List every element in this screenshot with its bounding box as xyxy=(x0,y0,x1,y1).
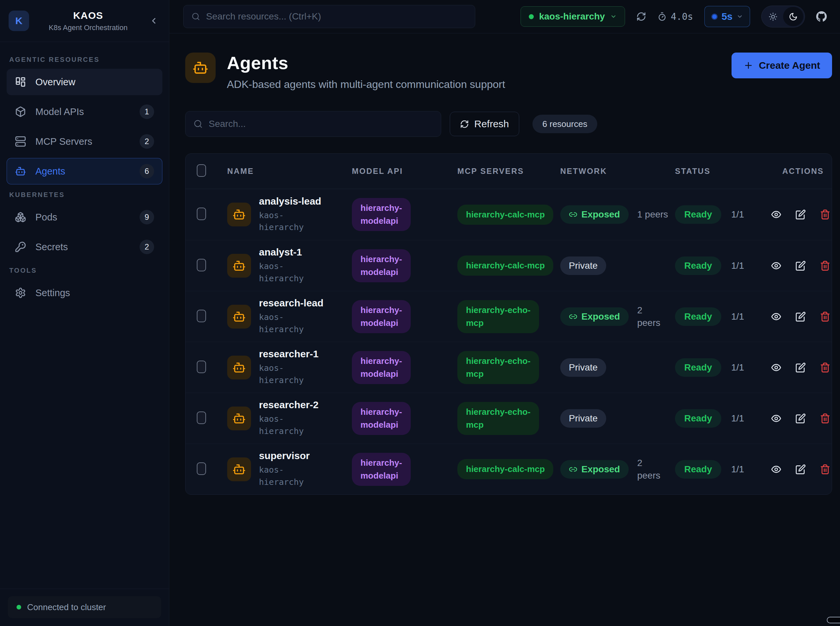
model-api-badge: hierarchy- modelapi xyxy=(352,351,411,384)
table-row[interactable]: research-leadkaos- hierarchyhierarchy- m… xyxy=(185,291,832,342)
row-checkbox[interactable] xyxy=(197,361,206,373)
page-header: Agents ADK-based agents with multi-agent… xyxy=(185,53,832,91)
status-badge: Ready xyxy=(675,358,721,377)
app-window: K KAOS K8s Agent Orchestration AGENTIC R… xyxy=(0,0,840,626)
row-checkbox[interactable] xyxy=(197,310,206,322)
agent-namespace: kaos- hierarchy xyxy=(259,413,318,437)
agent-name: research-lead xyxy=(259,297,323,309)
horizontal-scrollbar[interactable] xyxy=(827,617,840,623)
key-icon xyxy=(15,241,26,252)
status-badge: Ready xyxy=(675,307,721,326)
dark-theme-button[interactable] xyxy=(783,7,803,26)
view-agent-button[interactable] xyxy=(771,311,782,322)
sidebar-count-badge: 2 xyxy=(139,239,154,254)
row-checkbox[interactable] xyxy=(197,208,206,220)
moon-icon xyxy=(789,12,798,21)
edit-agent-button[interactable] xyxy=(795,260,806,271)
column-header-mcp-servers: MCP SERVERS xyxy=(458,167,560,176)
agents-page-icon xyxy=(185,53,216,83)
sidebar-item-mcp-servers[interactable]: MCP Servers2 xyxy=(6,128,162,155)
delete-agent-button[interactable] xyxy=(820,464,831,475)
sidebar-collapse-button[interactable] xyxy=(147,14,160,27)
poll-interval-selector[interactable]: 5s xyxy=(704,6,750,27)
delete-agent-button[interactable] xyxy=(820,209,831,220)
network-private-badge: Private xyxy=(560,358,606,377)
namespace-selector[interactable]: kaos-hierarchy xyxy=(520,6,625,27)
column-header-network: NETWORK xyxy=(560,167,675,176)
content: Agents ADK-based agents with multi-agent… xyxy=(169,33,840,626)
sidebar-item-pods[interactable]: Pods9 xyxy=(6,204,162,230)
trash-icon xyxy=(820,260,831,271)
delete-agent-button[interactable] xyxy=(820,260,831,271)
model-api-badge: hierarchy- modelapi xyxy=(352,198,411,231)
replica-count: 1/1 xyxy=(731,413,744,424)
sidebar-item-label: Agents xyxy=(35,166,130,177)
status-badge: Ready xyxy=(675,460,721,479)
delete-agent-button[interactable] xyxy=(820,413,831,424)
sidebar-section-label: AGENTIC RESOURCES xyxy=(9,56,160,63)
sidebar-item-model-apis[interactable]: Model APIs1 xyxy=(6,99,162,125)
refresh-button[interactable] xyxy=(636,12,646,22)
sidebar-item-agents[interactable]: Agents6 xyxy=(6,158,162,185)
sidebar-item-label: Overview xyxy=(35,77,154,88)
delete-agent-button[interactable] xyxy=(820,362,831,373)
sidebar-count-badge: 9 xyxy=(139,210,154,224)
eye-icon xyxy=(771,209,782,220)
sidebar-section-label: TOOLS xyxy=(9,267,160,274)
refresh-timer-value: 4.0s xyxy=(671,11,693,22)
connection-status-text: Connected to cluster xyxy=(27,602,106,612)
network-private-badge: Private xyxy=(560,257,606,275)
sidebar-count-badge: 6 xyxy=(139,164,154,178)
view-agent-button[interactable] xyxy=(771,464,782,475)
chevron-down-icon xyxy=(610,13,617,20)
sidebar-item-secrets[interactable]: Secrets2 xyxy=(6,234,162,260)
app-title: KAOS xyxy=(29,10,147,21)
view-agent-button[interactable] xyxy=(771,413,782,424)
eye-icon xyxy=(771,260,782,271)
row-checkbox[interactable] xyxy=(197,259,206,271)
model-api-badge: hierarchy- modelapi xyxy=(352,453,411,486)
view-agent-button[interactable] xyxy=(771,362,782,373)
mcp-server-badge: hierarchy-echo- mcp xyxy=(458,351,539,384)
refresh-label: Refresh xyxy=(474,118,509,130)
model-api-badge: hierarchy- modelapi xyxy=(352,249,411,282)
page-title-block: Agents ADK-based agents with multi-agent… xyxy=(227,53,505,91)
delete-agent-button[interactable] xyxy=(820,311,831,322)
table-row[interactable]: researcher-2kaos- hierarchyhierarchy- mo… xyxy=(185,393,832,444)
global-search-input[interactable] xyxy=(206,11,467,22)
table-row[interactable]: researcher-1kaos- hierarchyhierarchy- mo… xyxy=(185,342,832,393)
layout-dashboard-icon xyxy=(15,76,26,88)
light-theme-button[interactable] xyxy=(763,7,783,26)
row-checkbox[interactable] xyxy=(197,412,206,424)
create-agent-button[interactable]: Create Agent xyxy=(732,53,832,78)
table-row[interactable]: analyst-1kaos- hierarchyhierarchy- model… xyxy=(185,240,832,291)
sidebar-item-label: MCP Servers xyxy=(35,136,130,147)
replica-count: 1/1 xyxy=(731,362,744,373)
table-search-input[interactable] xyxy=(209,119,433,129)
edit-agent-button[interactable] xyxy=(795,413,806,424)
edit-icon xyxy=(795,311,806,322)
model-api-badge: hierarchy- modelapi xyxy=(352,300,411,333)
view-agent-button[interactable] xyxy=(771,209,782,220)
column-header-name: NAME xyxy=(227,167,352,176)
sidebar-nav: AGENTIC RESOURCESOverviewModel APIs1MCP … xyxy=(0,42,169,588)
mcp-server-badge: hierarchy-echo- mcp xyxy=(458,300,539,333)
edit-icon xyxy=(795,260,806,271)
view-agent-button[interactable] xyxy=(771,260,782,271)
edit-agent-button[interactable] xyxy=(795,464,806,475)
network-exposed-badge: Exposed xyxy=(560,307,629,326)
trash-icon xyxy=(820,464,831,475)
edit-agent-button[interactable] xyxy=(795,362,806,373)
edit-agent-button[interactable] xyxy=(795,209,806,220)
sidebar-item-label: Pods xyxy=(35,212,130,223)
sidebar-item-settings[interactable]: Settings xyxy=(6,280,162,306)
edit-agent-button[interactable] xyxy=(795,311,806,322)
table-refresh-button[interactable]: Refresh xyxy=(450,112,519,136)
github-link[interactable] xyxy=(816,11,827,22)
sidebar-item-overview[interactable]: Overview xyxy=(6,69,162,95)
row-checkbox[interactable] xyxy=(197,462,206,475)
edit-icon xyxy=(795,209,806,220)
table-row[interactable]: analysis-leadkaos- hierarchyhierarchy- m… xyxy=(185,189,832,240)
table-row[interactable]: supervisorkaos- hierarchyhierarchy- mode… xyxy=(185,444,832,495)
select-all-checkbox[interactable] xyxy=(197,164,206,177)
